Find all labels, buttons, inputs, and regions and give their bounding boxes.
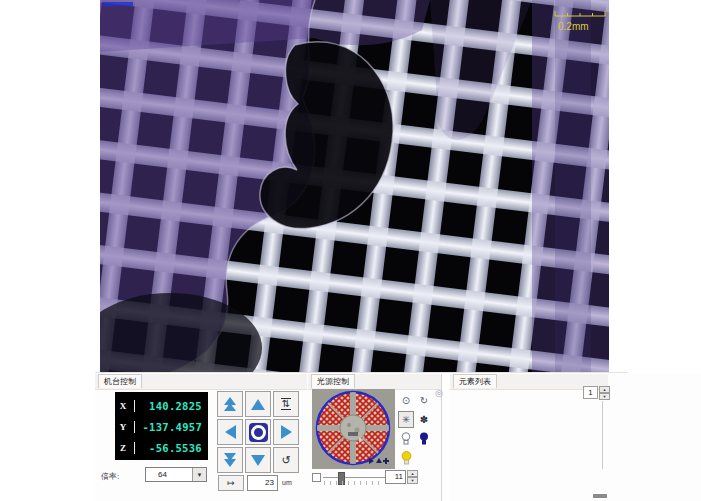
- y-axis-label: Y: [115, 422, 131, 432]
- magnification-dropdown[interactable]: 64 ▼: [145, 467, 207, 482]
- stop-icon: [249, 423, 268, 442]
- double-up-arrow-icon: [224, 398, 236, 410]
- lamp-dark-button[interactable]: [416, 430, 432, 447]
- jog-right-button[interactable]: [273, 419, 299, 445]
- spinner-up-button[interactable]: ▲: [599, 386, 610, 393]
- light-icon-spacer: [416, 449, 432, 466]
- y-axis-value: -137.4957: [134, 421, 208, 433]
- z-updown-icon: ⇅: [281, 398, 291, 410]
- jog-pad: ⇅ ↺: [217, 391, 299, 473]
- step-mode-button[interactable]: ↦: [218, 475, 244, 491]
- lamp-on-button[interactable]: [398, 449, 414, 466]
- scale-label: 0.2mm: [558, 21, 589, 32]
- list-count-input[interactable]: 1: [583, 386, 598, 399]
- ring-light-diagram: [312, 389, 395, 469]
- brightness-slider-track[interactable]: [323, 477, 385, 478]
- circle-icon: ◎: [435, 388, 443, 398]
- down-arrow-icon: [251, 455, 265, 466]
- list-scrollbar-track[interactable]: [602, 401, 603, 469]
- step-size-input[interactable]: 23: [247, 475, 278, 491]
- coordinate-readout: X 140.2825 Y -137.4957 Z -56.5536: [115, 392, 208, 460]
- image-artifact-mark: [103, 2, 133, 6]
- light-tool-icons: ⊙ ↻ ✳ ✽: [398, 392, 432, 466]
- left-arrow-icon: [225, 425, 236, 439]
- double-down-arrow-icon: [224, 454, 236, 466]
- lamp-off-button[interactable]: [398, 430, 414, 447]
- brightness-value-input[interactable]: 11: [385, 470, 406, 484]
- step-unit-label: um: [282, 479, 292, 486]
- up-arrow-icon: [251, 399, 265, 410]
- axis-row-x: X 140.2825: [115, 395, 208, 416]
- spinner-down-button[interactable]: ▼: [599, 393, 610, 400]
- brightness-spinner: ▲ ▼: [407, 470, 418, 484]
- stage-tabstrip: 机台控制: [95, 374, 307, 390]
- ring-light-widget[interactable]: [312, 389, 395, 469]
- ring-rotate-button[interactable]: ↻: [416, 392, 432, 409]
- x-axis-value: 140.2825: [134, 400, 208, 412]
- light-control-panel: 光源控制: [308, 374, 442, 501]
- axis-row-z: Z -56.5536: [115, 437, 208, 458]
- spinner-down-button[interactable]: ▼: [407, 477, 418, 484]
- flower-icon: ✽: [420, 414, 428, 425]
- jog-down-fast-button[interactable]: [217, 447, 243, 473]
- slider-tick-marks: [324, 481, 384, 485]
- jog-down-button[interactable]: [245, 447, 271, 473]
- jog-left-button[interactable]: [217, 419, 243, 445]
- z-axis-label: Z: [115, 443, 131, 453]
- jog-up-fast-button[interactable]: [217, 391, 243, 417]
- ring-segments-button[interactable]: ✳: [398, 411, 414, 428]
- panel-divider: [95, 372, 628, 373]
- tab-stage-control[interactable]: 机台控制: [98, 374, 142, 388]
- ring-center-icon: ⊙: [402, 395, 410, 406]
- origin-return-button[interactable]: ↺: [273, 447, 299, 473]
- ring-rotate-icon: ↻: [420, 395, 428, 406]
- light-tabstrip: 光源控制: [308, 374, 441, 390]
- gear-icon: ✳: [402, 414, 410, 425]
- x-axis-label: X: [115, 401, 131, 411]
- stage-control-panel: 机台控制 X 140.2825 Y -137.4957 Z -56.5536 倍…: [95, 374, 307, 501]
- spinner-up-button[interactable]: ▲: [407, 470, 418, 477]
- tab-element-list[interactable]: 元素列表: [453, 374, 497, 388]
- bulb-dark-icon: [419, 432, 429, 445]
- bulb-yellow-icon: [401, 451, 412, 465]
- step-mode-icon: ↦: [227, 478, 235, 488]
- chevron-down-icon[interactable]: ▼: [192, 468, 206, 481]
- list-scrollbar-thumb[interactable]: [593, 494, 607, 498]
- axis-row-y: Y -137.4957: [115, 416, 208, 437]
- z-axis-value: -56.5536: [134, 442, 208, 454]
- brightness-checkbox[interactable]: [312, 473, 321, 482]
- element-list-panel: 元素列表 1 ▲ ▼: [450, 374, 701, 501]
- specimen-image: 0.2mm: [100, 0, 609, 372]
- tab-light-control[interactable]: 光源控制: [311, 374, 355, 388]
- right-arrow-icon: [281, 425, 292, 439]
- z-jog-button[interactable]: ⇅: [273, 391, 299, 417]
- magnification-value: 64: [146, 470, 192, 479]
- microscope-image-viewport[interactable]: 0.2mm: [100, 0, 609, 372]
- list-count-spinner: ▲ ▼: [599, 386, 610, 399]
- origin-return-icon: ↺: [281, 455, 290, 466]
- magnification-label: 倍率:: [101, 471, 119, 482]
- ring-all-segments-button[interactable]: ✽: [416, 411, 432, 428]
- jog-up-button[interactable]: [245, 391, 271, 417]
- ring-center-button[interactable]: ⊙: [398, 392, 414, 409]
- bulb-outline-icon: [401, 432, 411, 445]
- stop-button[interactable]: [245, 419, 271, 445]
